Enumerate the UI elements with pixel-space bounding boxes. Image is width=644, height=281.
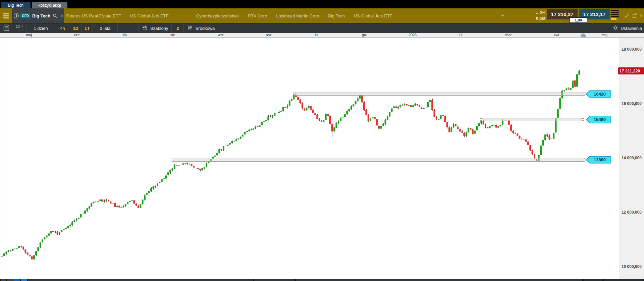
instrument-toolbar: 1 CFD Big Tech ✕ iShares US Real Estate … <box>0 8 644 23</box>
period-selector[interactable]: 1 dzień <box>26 23 55 33</box>
current-price-line <box>0 71 619 71</box>
zone-handle[interactable] <box>584 93 586 95</box>
candles <box>1 70 580 261</box>
settings-label: Ustawienia <box>621 26 642 31</box>
price-alert-badge[interactable]: 16420 <box>586 90 611 98</box>
x-axis-label: lut <box>459 33 463 37</box>
x-axis-label: cze <box>74 33 79 37</box>
y-axis-tick-label: 12 000,000 <box>620 210 642 215</box>
instrument-tab[interactable]: Lockheed Martin Corp <box>276 13 319 18</box>
instrument-tab[interactable]: US Global Jets ETF <box>354 13 392 18</box>
x-axis-label: kwi <box>554 33 559 37</box>
zone-handle[interactable] <box>582 118 584 121</box>
x-axis-label: lip <box>123 33 126 37</box>
x-axis-label: lis <box>315 33 318 37</box>
collapse-window-icon[interactable] <box>624 13 630 20</box>
chart-region: 18 000,00016 000,00014 000,00012 000,000… <box>0 33 644 279</box>
y-axis-tick-label: 16 000,000 <box>620 101 642 106</box>
templates-label: Szablony <box>150 26 168 31</box>
zone-handle[interactable] <box>171 159 173 161</box>
range-selector[interactable]: 2 lata <box>93 23 118 33</box>
instrument-tab[interactable]: iShares US Real Estate ETF <box>66 13 121 18</box>
close-icon[interactable]: ✕ <box>60 13 64 18</box>
templates-button[interactable]: Szablony <box>139 23 172 33</box>
journal-icon <box>3 24 9 32</box>
change-percent: 0% <box>540 10 545 15</box>
active-instrument-panel[interactable]: 1 CFD Big Tech ✕ <box>12 8 64 23</box>
timeframe-4h-button[interactable]: 4h <box>55 23 70 33</box>
time-axis[interactable]: majczelipsiewrzpaźlisgru2026lutmarkwimaj <box>0 33 644 38</box>
popout-window-icon[interactable] <box>632 13 638 20</box>
y-axis-tick-label: 18 000,000 <box>620 47 642 52</box>
price-level-zone[interactable] <box>294 93 585 96</box>
y-axis-tick-label: 14 000,000 <box>620 156 642 160</box>
current-price-badge: 17 211,220 <box>618 67 644 74</box>
change-indicator: ▲ 0% 0 pkt <box>513 10 545 21</box>
cfd-badge: CFD <box>20 13 30 18</box>
x-axis-label: paź <box>266 33 272 37</box>
price-alert-value: 16420 <box>586 90 611 98</box>
x-axis-label: maj <box>601 33 607 37</box>
instrument-tab[interactable]: Big Tech <box>328 13 345 18</box>
timeframe-1t-button[interactable]: 1T <box>82 23 93 33</box>
change-points: 0 pkt <box>536 16 545 21</box>
taskbar-sliver <box>0 279 644 281</box>
indicator-count-button[interactable]: 2 <box>172 23 184 33</box>
x-axis-label: maj <box>26 33 32 37</box>
layout-picker-button[interactable] <box>13 23 26 33</box>
toolbar-spacer <box>118 23 139 33</box>
spread-value: 1,90 <box>570 17 587 23</box>
price-alert-badge[interactable]: 15480 <box>586 116 611 123</box>
timeframe-1d-button[interactable]: 1D <box>70 23 82 33</box>
chart-toolbar: 1 dzień 4h 1D 1T 2 lata Szablony 2 Środk… <box>0 23 644 33</box>
candlestick-icon <box>187 25 193 32</box>
price-alert-badge[interactable]: 13880 <box>586 156 611 164</box>
window-left-edge <box>0 33 0 279</box>
gear-icon <box>613 25 618 32</box>
zone-handle[interactable] <box>293 93 296 95</box>
instrument-tab[interactable]: US Global Jets ETF <box>130 13 169 18</box>
instrument-tab[interactable]: RTX Corp <box>248 13 267 18</box>
order-journal-button[interactable] <box>0 23 13 33</box>
x-axis-label: 2026 <box>409 33 417 37</box>
window-tab-bar: Big Tech koszyki akcji <box>0 0 644 8</box>
zone-handle[interactable] <box>584 159 586 161</box>
layout-grid-icon <box>16 25 23 32</box>
window-tab-big-tech[interactable]: Big Tech <box>1 2 31 8</box>
instrument-tab[interactable]: Cyberbezpieczeństwo <box>196 13 239 18</box>
x-axis-label: gru <box>362 33 367 37</box>
instrument-tabs-row: iShares US Real Estate ETFUS Global Jets… <box>66 8 498 23</box>
overlay-button[interactable]: Środkowa <box>184 23 218 33</box>
window-tab-koszyki-akcji[interactable]: koszyki akcji <box>32 2 67 8</box>
search-icon[interactable] <box>53 13 58 18</box>
y-axis-tick-label: 10 000,000 <box>620 264 642 269</box>
chart-plot-area[interactable] <box>0 38 619 279</box>
menu-hamburger-icon[interactable] <box>3 13 9 19</box>
sliders-icon <box>142 25 148 31</box>
change-up-arrow-icon: ▲ <box>535 11 540 15</box>
overlay-label: Środkowa <box>195 26 215 31</box>
market-depth-ladder-icon[interactable] <box>611 10 621 20</box>
x-axis-label: sie <box>170 33 175 37</box>
chart-number-badge: 1 <box>14 13 19 18</box>
close-window-icon[interactable]: ✕ <box>639 13 643 18</box>
price-alert-value: 13880 <box>586 156 611 164</box>
settings-button[interactable]: Ustawienia <box>613 23 642 33</box>
x-axis-label: mar <box>505 33 512 37</box>
zone-handle[interactable] <box>480 118 482 121</box>
add-instrument-tab-button[interactable]: + <box>501 12 505 19</box>
price-alert-value: 15480 <box>586 116 611 123</box>
price-level-zone[interactable] <box>481 118 583 121</box>
instrument-name: Big Tech <box>32 13 50 18</box>
price-level-zone[interactable] <box>172 158 585 162</box>
x-axis-label: wrz <box>218 33 223 37</box>
